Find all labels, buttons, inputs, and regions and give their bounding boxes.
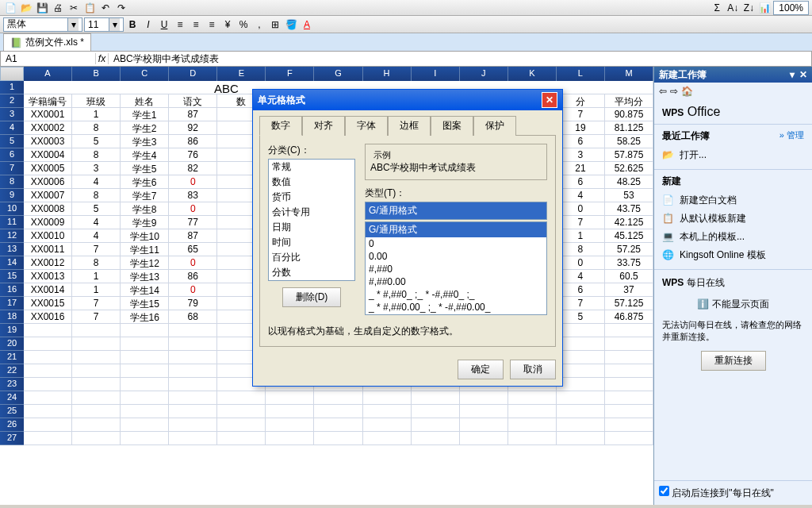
- cell[interactable]: 86: [169, 135, 217, 148]
- cell[interactable]: 57.25: [605, 243, 653, 256]
- cell[interactable]: XX0005: [24, 162, 72, 175]
- cell[interactable]: 77: [169, 216, 217, 229]
- startup-checkbox[interactable]: 启动后连接到"每日在线": [659, 487, 774, 498]
- cell[interactable]: 8: [72, 148, 121, 162]
- row-header[interactable]: 25: [0, 405, 24, 418]
- cell[interactable]: 45.125: [605, 229, 653, 243]
- font-name-select[interactable]: 黑体▾: [3, 17, 82, 32]
- cell[interactable]: 0: [169, 202, 217, 216]
- save-icon[interactable]: 💾: [35, 1, 49, 15]
- row-header[interactable]: 7: [0, 162, 24, 175]
- dialog-tab[interactable]: 保护: [473, 116, 516, 136]
- type-input[interactable]: G/通用格式: [365, 202, 547, 220]
- cell[interactable]: [169, 351, 217, 364]
- cell[interactable]: [605, 337, 653, 351]
- cell[interactable]: [460, 418, 508, 432]
- cell[interactable]: [314, 391, 362, 405]
- row-header[interactable]: 26: [0, 418, 24, 432]
- cell[interactable]: [24, 391, 72, 405]
- comma-icon[interactable]: ,: [252, 17, 266, 32]
- cell[interactable]: 平均分: [605, 94, 653, 108]
- row-header[interactable]: 20: [0, 337, 24, 351]
- close-icon[interactable]: ✕: [799, 69, 807, 80]
- cell[interactable]: [363, 405, 412, 418]
- cell[interactable]: [605, 378, 653, 391]
- cell[interactable]: [605, 432, 653, 445]
- cell[interactable]: [412, 432, 460, 445]
- cell[interactable]: [266, 432, 314, 445]
- cell[interactable]: 6: [557, 135, 605, 148]
- cell[interactable]: XX0011: [24, 243, 72, 256]
- sum-icon[interactable]: Σ: [710, 1, 724, 15]
- cell[interactable]: 1: [557, 229, 605, 243]
- format-item[interactable]: #,##0: [366, 263, 546, 275]
- cell[interactable]: 90.875: [605, 108, 653, 121]
- cell[interactable]: 7: [72, 297, 121, 310]
- font-color-icon[interactable]: A: [300, 17, 314, 32]
- cell[interactable]: XX0008: [24, 202, 72, 216]
- col-header[interactable]: A: [24, 67, 72, 81]
- row-header[interactable]: 8: [0, 175, 24, 189]
- cell[interactable]: [121, 324, 169, 337]
- cell[interactable]: [508, 432, 557, 445]
- fx-icon[interactable]: fx: [96, 53, 109, 64]
- bold-icon[interactable]: B: [125, 17, 140, 32]
- cell[interactable]: XX0016: [24, 310, 72, 324]
- cell[interactable]: XX0012: [24, 256, 72, 270]
- format-item[interactable]: _ ¥ * #,##0_ ;_ ¥ * -#,##0_ ;_: [366, 314, 546, 315]
- delete-button[interactable]: 删除(D): [282, 287, 342, 307]
- cell[interactable]: [605, 324, 653, 337]
- sort-desc-icon[interactable]: Z↓: [741, 1, 756, 15]
- cell[interactable]: [121, 432, 169, 445]
- row-header[interactable]: 24: [0, 391, 24, 405]
- format-item[interactable]: 0.00: [366, 250, 546, 263]
- format-item[interactable]: 0: [366, 237, 546, 250]
- cell[interactable]: XX0006: [24, 175, 72, 189]
- cell[interactable]: 语文: [169, 94, 217, 108]
- col-header[interactable]: L: [557, 67, 605, 81]
- cell[interactable]: XX0004: [24, 148, 72, 162]
- col-header[interactable]: C: [121, 67, 169, 81]
- cell[interactable]: [557, 418, 605, 432]
- cell[interactable]: [72, 378, 121, 391]
- copy-icon[interactable]: 📋: [82, 1, 97, 15]
- cell[interactable]: 分: [557, 94, 605, 108]
- cut-icon[interactable]: ✂: [67, 1, 81, 15]
- cell[interactable]: 学生8: [121, 202, 169, 216]
- cell[interactable]: 学生9: [121, 216, 169, 229]
- cell[interactable]: 0: [169, 256, 217, 270]
- cell[interactable]: [557, 378, 605, 391]
- cell[interactable]: [169, 324, 217, 337]
- category-listbox[interactable]: 常规数值货币会计专用日期时间百分比分数科学记数文本特殊自定义: [268, 159, 355, 281]
- align-right-icon[interactable]: ≡: [205, 17, 219, 32]
- cell[interactable]: 学籍编号: [24, 94, 72, 108]
- cell[interactable]: 92: [169, 121, 217, 135]
- cell[interactable]: [121, 351, 169, 364]
- cell[interactable]: 60.5: [605, 270, 653, 283]
- cell[interactable]: 学生7: [121, 189, 169, 202]
- cell[interactable]: 学生10: [121, 229, 169, 243]
- cell[interactable]: 学生13: [121, 270, 169, 283]
- close-button[interactable]: ✕: [542, 92, 557, 108]
- redo-icon[interactable]: ↷: [114, 1, 128, 15]
- cell[interactable]: [24, 337, 72, 351]
- dialog-tab[interactable]: 对齐: [302, 116, 345, 136]
- cell[interactable]: 6: [557, 283, 605, 297]
- cell[interactable]: XX0007: [24, 189, 72, 202]
- cell[interactable]: 4: [557, 270, 605, 283]
- cell[interactable]: [460, 391, 508, 405]
- cell[interactable]: [217, 405, 266, 418]
- cell[interactable]: 57.875: [605, 148, 653, 162]
- cell[interactable]: [508, 391, 557, 405]
- cell[interactable]: [72, 364, 121, 378]
- format-listbox[interactable]: G/通用格式00.00#,##0#,##0.00_ * #,##0_ ;_ * …: [365, 221, 547, 315]
- cell[interactable]: [24, 378, 72, 391]
- cell[interactable]: 8: [557, 243, 605, 256]
- cell[interactable]: 8: [72, 189, 121, 202]
- cell[interactable]: [605, 405, 653, 418]
- align-left-icon[interactable]: ≡: [173, 17, 187, 32]
- dialog-tab[interactable]: 字体: [345, 116, 388, 136]
- cell[interactable]: 5: [72, 202, 121, 216]
- cell[interactable]: 学生6: [121, 175, 169, 189]
- cell[interactable]: [121, 391, 169, 405]
